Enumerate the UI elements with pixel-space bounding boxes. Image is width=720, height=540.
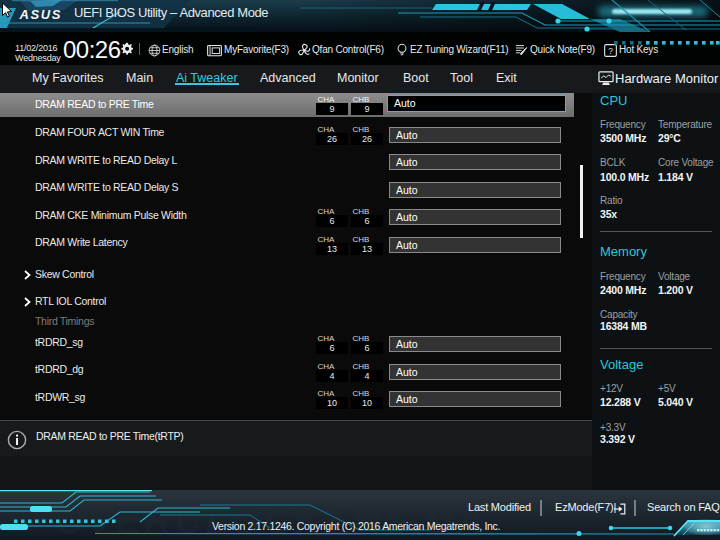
svg-text:ASUS: ASUS	[19, 7, 63, 22]
svg-text:?: ?	[608, 46, 613, 56]
